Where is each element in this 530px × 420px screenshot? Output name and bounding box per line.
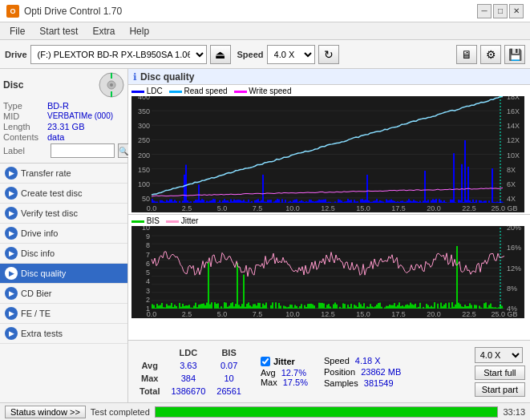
action-speed-select[interactable]: 4.0 X — [475, 347, 523, 363]
jitter-stats: Jitter Avg 12.7% Max 17.5% — [261, 357, 308, 387]
jitter-max-label: Max — [261, 378, 277, 387]
position-row: Position 23862 MB — [324, 367, 401, 377]
nav-disc-info[interactable]: ▶ Disc info — [0, 244, 127, 264]
stats-bis-header: BIS — [212, 347, 246, 358]
nav-extra-tests[interactable]: ▶ Extra tests — [0, 324, 127, 344]
app-icon: O — [6, 5, 19, 18]
menu-start-test[interactable]: Start test — [33, 24, 84, 38]
nav-transfer-rate[interactable]: ▶ Transfer rate — [0, 164, 127, 184]
disc-section: Disc Type BD-R MID VERBATIMe (000) L — [0, 69, 127, 164]
maximize-button[interactable]: □ — [493, 4, 508, 18]
speed-label: Speed — [324, 356, 350, 365]
title-bar-left: O Opti Drive Control 1.70 — [6, 5, 122, 18]
stats-max-bis: 10 — [212, 373, 246, 384]
main-content: Disc Type BD-R MID VERBATIMe (000) L — [0, 69, 530, 402]
chart-header: ℹ Disc quality — [128, 69, 530, 85]
menu-extra[interactable]: Extra — [86, 24, 121, 38]
disc-info-icon: ▶ — [5, 247, 18, 260]
disc-label-row: Label 🔍 — [3, 143, 124, 158]
tool1-button[interactable]: 🖥 — [456, 45, 477, 64]
speed-select[interactable]: 4.0 X — [267, 45, 315, 64]
refresh-button[interactable]: ↻ — [318, 45, 339, 64]
stats-ldc-header: LDC — [166, 347, 210, 358]
disc-header: Disc — [3, 72, 124, 98]
bottom-chart-canvas — [131, 226, 524, 318]
toolbar: Drive (F:) PLEXTOR BD-R PX-LB950SA 1.06 … — [0, 40, 530, 69]
tool2-button[interactable]: ⚙ — [480, 45, 501, 64]
stats-total-label: Total — [135, 386, 164, 397]
nav-list: ▶ Transfer rate ▶ Create test disc ▶ Ver… — [0, 164, 127, 344]
title-bar: O Opti Drive Control 1.70 ─ □ ✕ — [0, 0, 530, 22]
title-bar-controls: ─ □ ✕ — [477, 4, 524, 18]
create-test-disc-icon: ▶ — [5, 187, 18, 200]
time-display: 33:13 — [503, 407, 525, 417]
speed-value: 4.18 X — [355, 356, 381, 365]
status-text: Test completed — [91, 407, 150, 417]
stats-table: LDC BIS Avg 3.63 0.07 Max 384 10 Total 1… — [133, 345, 248, 398]
top-chart-canvas — [131, 96, 524, 212]
stats-max-label: Max — [135, 373, 164, 384]
svg-point-2 — [110, 83, 113, 87]
menu-help[interactable]: Help — [123, 24, 156, 38]
samples-row: Samples 381549 — [324, 378, 401, 388]
chart-header-icon: ℹ — [133, 71, 137, 83]
jitter-max-value: 17.5% — [283, 378, 308, 387]
status-bar: Status window >> Test completed 33:13 — [0, 402, 530, 420]
disc-icon — [99, 72, 124, 98]
position-value: 23862 MB — [361, 367, 401, 377]
eject-button[interactable]: ⏏ — [210, 45, 231, 64]
disc-title: Disc — [3, 79, 23, 91]
jitter-max-row: Max 17.5% — [261, 378, 308, 387]
bis-legend-item: BIS — [131, 216, 160, 225]
speed-label: Speed — [237, 50, 264, 59]
write-speed-legend-item: Write speed — [234, 87, 292, 95]
stats-total-ldc: 1386670 — [166, 386, 210, 397]
menu-file[interactable]: File — [3, 24, 31, 38]
jitter-legend-color — [166, 220, 179, 223]
nav-verify-test-disc[interactable]: ▶ Verify test disc — [0, 204, 127, 224]
ldc-legend-color — [131, 91, 144, 93]
nav-fe-te[interactable]: ▶ FE / TE — [0, 304, 127, 324]
sidebar: Disc Type BD-R MID VERBATIMe (000) L — [0, 69, 128, 402]
drive-info-icon: ▶ — [5, 227, 18, 240]
start-full-button[interactable]: Start full — [475, 365, 525, 380]
label-input[interactable] — [51, 143, 115, 158]
jitter-legend-item: Jitter — [166, 216, 198, 225]
minimize-button[interactable]: ─ — [477, 4, 492, 18]
action-buttons: 4.0 X Start full Start part — [475, 347, 525, 397]
menu-bar: File Start test Extra Help — [0, 22, 530, 40]
drive-select[interactable]: (F:) PLEXTOR BD-R PX-LB950SA 1.06 — [30, 45, 207, 64]
samples-value: 381549 — [364, 378, 394, 388]
chart-title: Disc quality — [140, 71, 194, 83]
jitter-avg-label: Avg — [261, 368, 276, 378]
status-window-button[interactable]: Status window >> — [5, 406, 86, 418]
nav-create-test-disc[interactable]: ▶ Create test disc — [0, 184, 127, 204]
chart-area: ℹ Disc quality LDC Read speed — [128, 69, 530, 402]
disc-quality-icon: ▶ — [5, 267, 18, 280]
close-button[interactable]: ✕ — [509, 4, 524, 18]
bottom-chart-panel: BIS Jitter — [128, 215, 530, 340]
app-title: Opti Drive Control 1.70 — [24, 6, 122, 17]
nav-disc-quality[interactable]: ▶ Disc quality — [0, 264, 127, 284]
speed-row: Speed 4.18 X — [324, 356, 401, 365]
progress-bar-container — [155, 406, 499, 418]
label-search-button[interactable]: 🔍 — [118, 143, 129, 158]
bis-legend-color — [131, 220, 144, 223]
speed-position-stats: Speed 4.18 X Position 23862 MB Samples 3… — [324, 356, 401, 388]
disc-mid-row: MID VERBATIMe (000) — [3, 111, 124, 121]
stats-total-bis: 26561 — [212, 386, 246, 397]
start-part-button[interactable]: Start part — [475, 382, 525, 397]
nav-cd-bier[interactable]: ▶ CD Bier — [0, 284, 127, 304]
stats-empty-header — [135, 347, 164, 358]
fe-te-icon: ▶ — [5, 307, 18, 320]
jitter-avg-value: 12.7% — [281, 368, 306, 378]
save-button[interactable]: 💾 — [504, 45, 525, 64]
jitter-label: Jitter — [273, 357, 295, 366]
bottom-legend: BIS Jitter — [131, 216, 527, 225]
jitter-avg-row: Avg 12.7% — [261, 368, 308, 378]
stats-bar: LDC BIS Avg 3.63 0.07 Max 384 10 Total 1… — [128, 340, 530, 402]
stats-max-ldc: 384 — [166, 373, 210, 384]
disc-contents-row: Contents data — [3, 132, 124, 142]
nav-drive-info[interactable]: ▶ Drive info — [0, 224, 127, 244]
jitter-checkbox[interactable] — [261, 357, 270, 366]
